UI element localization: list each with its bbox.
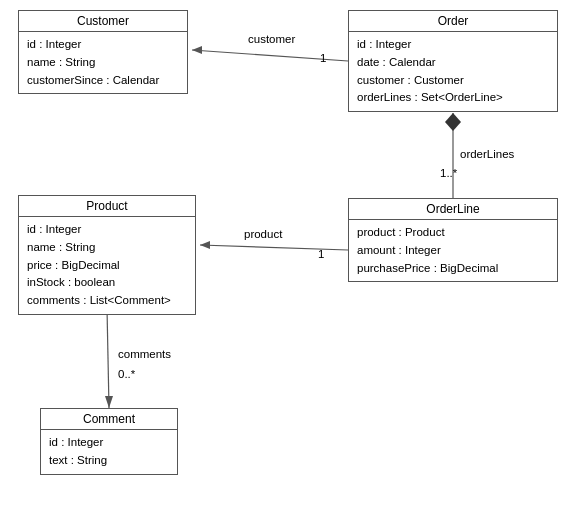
customer-field-1: id : Integer bbox=[27, 36, 179, 54]
orderline-class: OrderLine product : Product amount : Int… bbox=[348, 198, 558, 282]
order-body: id : Integer date : Calendar customer : … bbox=[349, 32, 557, 111]
customer-field-2: name : String bbox=[27, 54, 179, 72]
svg-marker-1 bbox=[192, 46, 202, 54]
customer-field-3: customerSince : Calendar bbox=[27, 72, 179, 90]
zero-star-label: 0..* bbox=[118, 368, 135, 380]
product-field-5: comments : List<Comment> bbox=[27, 292, 187, 310]
orderline-field-2: amount : Integer bbox=[357, 242, 549, 260]
order-field-4: orderLines : Set<OrderLine> bbox=[357, 89, 549, 107]
comment-class: Comment id : Integer text : String bbox=[40, 408, 178, 475]
comment-field-2: text : String bbox=[49, 452, 169, 470]
product-field-3: price : BigDecimal bbox=[27, 257, 187, 275]
customer-title: Customer bbox=[19, 11, 187, 32]
svg-marker-3 bbox=[445, 113, 461, 131]
customer-body: id : Integer name : String customerSince… bbox=[19, 32, 187, 93]
orderline-title: OrderLine bbox=[349, 199, 557, 220]
product-field-4: inStock : boolean bbox=[27, 274, 187, 292]
svg-marker-5 bbox=[200, 241, 210, 249]
product-assoc-label: product bbox=[244, 228, 282, 240]
one-star-label: 1..* bbox=[440, 167, 457, 179]
product-body: id : Integer name : String price : BigDe… bbox=[19, 217, 195, 314]
orderlines-label: orderLines bbox=[460, 148, 514, 160]
orderline-field-1: product : Product bbox=[357, 224, 549, 242]
svg-line-4 bbox=[200, 245, 348, 250]
orderline-body: product : Product amount : Integer purch… bbox=[349, 220, 557, 281]
order-field-3: customer : Customer bbox=[357, 72, 549, 90]
svg-marker-7 bbox=[105, 396, 113, 408]
product-field-1: id : Integer bbox=[27, 221, 187, 239]
comment-body: id : Integer text : String bbox=[41, 430, 177, 474]
multiplicity-1-label: 1 bbox=[320, 52, 326, 64]
comment-field-1: id : Integer bbox=[49, 434, 169, 452]
order-title: Order bbox=[349, 11, 557, 32]
order-field-2: date : Calendar bbox=[357, 54, 549, 72]
customer-assoc-label: customer bbox=[248, 33, 295, 45]
svg-line-6 bbox=[107, 308, 109, 408]
order-class: Order id : Integer date : Calendar custo… bbox=[348, 10, 558, 112]
comments-label: comments bbox=[118, 348, 171, 360]
product-class: Product id : Integer name : String price… bbox=[18, 195, 196, 315]
product-field-2: name : String bbox=[27, 239, 187, 257]
customer-class: Customer id : Integer name : String cust… bbox=[18, 10, 188, 94]
comment-title: Comment bbox=[41, 409, 177, 430]
multiplicity-1b-label: 1 bbox=[318, 248, 324, 260]
order-field-1: id : Integer bbox=[357, 36, 549, 54]
product-title: Product bbox=[19, 196, 195, 217]
orderline-field-3: purchasePrice : BigDecimal bbox=[357, 260, 549, 278]
